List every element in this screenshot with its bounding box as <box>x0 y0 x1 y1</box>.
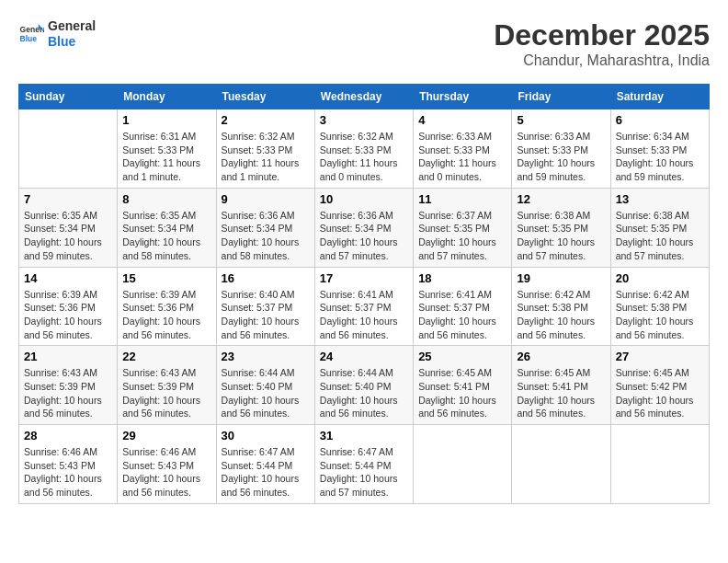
logo-general-text: General <box>48 18 96 34</box>
day-number: 15 <box>122 271 210 285</box>
cell-content: Sunrise: 6:38 AMSunset: 5:35 PMDaylight:… <box>517 209 605 263</box>
cell-content: Sunrise: 6:45 AMSunset: 5:42 PMDaylight:… <box>616 366 704 420</box>
calendar-cell: 11Sunrise: 6:37 AMSunset: 5:35 PMDayligh… <box>414 188 512 267</box>
calendar-week-2: 7Sunrise: 6:35 AMSunset: 5:34 PMDaylight… <box>19 188 710 267</box>
logo-blue-text: Blue <box>48 34 96 50</box>
day-number: 30 <box>222 429 310 442</box>
cell-content: Sunrise: 6:35 AMSunset: 5:34 PMDaylight:… <box>122 209 210 263</box>
calendar-cell: 1Sunrise: 6:31 AMSunset: 5:33 PMDaylight… <box>118 109 216 189</box>
day-number: 12 <box>517 192 605 206</box>
day-number: 26 <box>517 350 605 363</box>
cell-content: Sunrise: 6:40 AMSunset: 5:37 PMDaylight:… <box>222 288 310 342</box>
day-number: 4 <box>418 113 506 127</box>
day-number: 21 <box>24 350 112 363</box>
day-number: 16 <box>222 271 310 285</box>
calendar-week-5: 28Sunrise: 6:46 AMSunset: 5:43 PMDayligh… <box>19 425 710 504</box>
logo: General Blue General Blue <box>18 18 96 50</box>
cell-content: Sunrise: 6:41 AMSunset: 5:37 PMDaylight:… <box>418 288 506 342</box>
day-number: 28 <box>24 429 112 442</box>
cell-content: Sunrise: 6:44 AMSunset: 5:40 PMDaylight:… <box>320 366 408 420</box>
calendar-cell: 8Sunrise: 6:35 AMSunset: 5:34 PMDaylight… <box>118 188 216 267</box>
month-title: December 2025 <box>494 18 710 52</box>
day-number: 19 <box>517 271 605 285</box>
day-number: 14 <box>24 271 112 285</box>
day-number: 24 <box>320 350 408 363</box>
calendar-week-3: 14Sunrise: 6:39 AMSunset: 5:36 PMDayligh… <box>19 267 710 346</box>
calendar-cell: 4Sunrise: 6:33 AMSunset: 5:33 PMDaylight… <box>414 109 512 189</box>
cell-content: Sunrise: 6:43 AMSunset: 5:39 PMDaylight:… <box>122 366 210 420</box>
cell-content: Sunrise: 6:41 AMSunset: 5:37 PMDaylight:… <box>320 288 408 342</box>
day-number: 11 <box>418 192 506 206</box>
calendar-cell: 18Sunrise: 6:41 AMSunset: 5:37 PMDayligh… <box>414 267 512 346</box>
calendar-cell: 10Sunrise: 6:36 AMSunset: 5:34 PMDayligh… <box>314 188 413 267</box>
calendar-cell: 9Sunrise: 6:36 AMSunset: 5:34 PMDaylight… <box>216 188 314 267</box>
header-sunday: Sunday <box>19 85 118 109</box>
header-friday: Friday <box>512 85 610 109</box>
page-header: General Blue General Blue December 2025 … <box>18 18 710 69</box>
header-wednesday: Wednesday <box>314 85 413 109</box>
day-number: 20 <box>616 271 704 285</box>
calendar-cell: 15Sunrise: 6:39 AMSunset: 5:36 PMDayligh… <box>118 267 216 346</box>
calendar-cell: 24Sunrise: 6:44 AMSunset: 5:40 PMDayligh… <box>314 346 413 425</box>
day-number: 9 <box>222 192 310 206</box>
cell-content: Sunrise: 6:37 AMSunset: 5:35 PMDaylight:… <box>418 209 506 263</box>
day-number: 17 <box>320 271 408 285</box>
calendar-cell: 30Sunrise: 6:47 AMSunset: 5:44 PMDayligh… <box>216 425 314 504</box>
header-saturday: Saturday <box>610 85 709 109</box>
calendar-cell: 14Sunrise: 6:39 AMSunset: 5:36 PMDayligh… <box>19 267 118 346</box>
cell-content: Sunrise: 6:42 AMSunset: 5:38 PMDaylight:… <box>517 288 605 342</box>
day-number: 2 <box>222 113 310 127</box>
day-number: 1 <box>122 113 210 127</box>
location-title: Chandur, Maharashtra, India <box>494 52 710 69</box>
day-number: 7 <box>24 192 112 206</box>
day-number: 10 <box>320 192 408 206</box>
calendar-cell: 16Sunrise: 6:40 AMSunset: 5:37 PMDayligh… <box>216 267 314 346</box>
day-number: 31 <box>320 429 408 442</box>
calendar-cell <box>610 425 709 504</box>
day-number: 27 <box>616 350 704 363</box>
calendar-cell: 12Sunrise: 6:38 AMSunset: 5:35 PMDayligh… <box>512 188 610 267</box>
cell-content: Sunrise: 6:34 AMSunset: 5:33 PMDaylight:… <box>616 130 704 184</box>
day-number: 18 <box>418 271 506 285</box>
calendar-cell: 17Sunrise: 6:41 AMSunset: 5:37 PMDayligh… <box>314 267 413 346</box>
day-number: 5 <box>517 113 605 127</box>
title-area: December 2025 Chandur, Maharashtra, Indi… <box>494 18 710 69</box>
cell-content: Sunrise: 6:31 AMSunset: 5:33 PMDaylight:… <box>122 130 210 184</box>
day-number: 22 <box>122 350 210 363</box>
header-tuesday: Tuesday <box>216 85 314 109</box>
calendar-cell <box>512 425 610 504</box>
cell-content: Sunrise: 6:43 AMSunset: 5:39 PMDaylight:… <box>24 366 112 420</box>
cell-content: Sunrise: 6:32 AMSunset: 5:33 PMDaylight:… <box>320 130 408 184</box>
cell-content: Sunrise: 6:32 AMSunset: 5:33 PMDaylight:… <box>222 130 310 184</box>
calendar-cell: 19Sunrise: 6:42 AMSunset: 5:38 PMDayligh… <box>512 267 610 346</box>
calendar-table: SundayMondayTuesdayWednesdayThursdayFrid… <box>18 84 710 504</box>
calendar-cell: 27Sunrise: 6:45 AMSunset: 5:42 PMDayligh… <box>610 346 709 425</box>
calendar-cell <box>414 425 512 504</box>
cell-content: Sunrise: 6:33 AMSunset: 5:33 PMDaylight:… <box>517 130 605 184</box>
cell-content: Sunrise: 6:47 AMSunset: 5:44 PMDaylight:… <box>320 445 408 500</box>
calendar-header-row: SundayMondayTuesdayWednesdayThursdayFrid… <box>19 85 710 109</box>
cell-content: Sunrise: 6:45 AMSunset: 5:41 PMDaylight:… <box>418 366 506 420</box>
day-number: 29 <box>122 429 210 442</box>
calendar-week-4: 21Sunrise: 6:43 AMSunset: 5:39 PMDayligh… <box>19 346 710 425</box>
calendar-cell: 13Sunrise: 6:38 AMSunset: 5:35 PMDayligh… <box>610 188 709 267</box>
calendar-cell: 5Sunrise: 6:33 AMSunset: 5:33 PMDaylight… <box>512 109 610 189</box>
calendar-cell: 28Sunrise: 6:46 AMSunset: 5:43 PMDayligh… <box>19 425 118 504</box>
calendar-cell <box>19 109 118 189</box>
day-number: 25 <box>418 350 506 363</box>
cell-content: Sunrise: 6:46 AMSunset: 5:43 PMDaylight:… <box>122 445 210 500</box>
calendar-cell: 7Sunrise: 6:35 AMSunset: 5:34 PMDaylight… <box>19 188 118 267</box>
cell-content: Sunrise: 6:42 AMSunset: 5:38 PMDaylight:… <box>616 288 704 342</box>
day-number: 23 <box>222 350 310 363</box>
cell-content: Sunrise: 6:45 AMSunset: 5:41 PMDaylight:… <box>517 366 605 420</box>
calendar-cell: 23Sunrise: 6:44 AMSunset: 5:40 PMDayligh… <box>216 346 314 425</box>
cell-content: Sunrise: 6:39 AMSunset: 5:36 PMDaylight:… <box>24 288 112 342</box>
logo-icon: General Blue <box>18 21 44 47</box>
calendar-cell: 2Sunrise: 6:32 AMSunset: 5:33 PMDaylight… <box>216 109 314 189</box>
header-monday: Monday <box>118 85 216 109</box>
cell-content: Sunrise: 6:36 AMSunset: 5:34 PMDaylight:… <box>320 209 408 263</box>
day-number: 13 <box>616 192 704 206</box>
day-number: 3 <box>320 113 408 127</box>
header-thursday: Thursday <box>414 85 512 109</box>
day-number: 6 <box>616 113 704 127</box>
